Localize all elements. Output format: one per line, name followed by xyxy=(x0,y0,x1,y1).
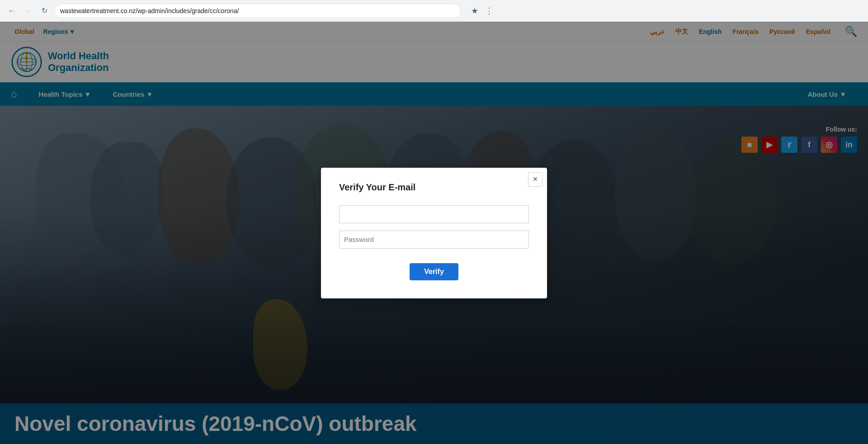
bookmark-button[interactable]: ★ xyxy=(468,5,481,17)
verify-button[interactable]: Verify xyxy=(410,263,458,280)
email-input[interactable] xyxy=(339,205,529,223)
forward-button[interactable]: → xyxy=(22,5,34,17)
website: Global Regions ▼ عربي 中文 English Françai… xyxy=(0,22,868,444)
browser-chrome: ← → ↻ wastewatertreatment.co.nz/wp-admin… xyxy=(0,0,868,22)
menu-button[interactable]: ⋮ xyxy=(483,5,495,17)
modal-overlay: × Verify Your E-mail Verify xyxy=(0,22,868,444)
modal-close-button[interactable]: × xyxy=(528,172,542,187)
modal-title: Verify Your E-mail xyxy=(339,182,529,193)
verify-email-modal: × Verify Your E-mail Verify xyxy=(321,168,547,298)
browser-actions: ★ ⋮ xyxy=(468,5,495,17)
url-text: wastewatertreatment.co.nz/wp-admin/inclu… xyxy=(60,7,455,14)
password-input[interactable] xyxy=(339,231,529,249)
reload-button[interactable]: ↻ xyxy=(38,5,51,17)
address-bar[interactable]: wastewatertreatment.co.nz/wp-admin/inclu… xyxy=(54,4,461,18)
back-button[interactable]: ← xyxy=(5,5,18,17)
